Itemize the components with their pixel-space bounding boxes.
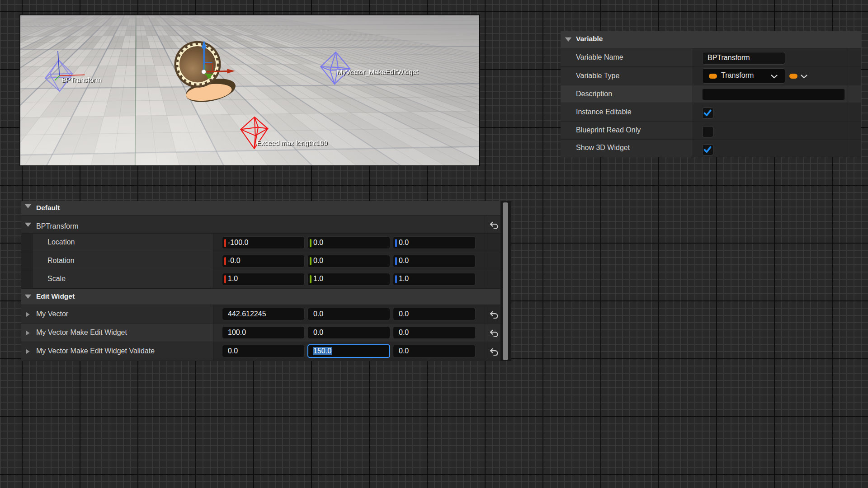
svg-text:Exceed max length:100: Exceed max length:100 bbox=[257, 139, 328, 146]
svg-text:BPTransform: BPTransform bbox=[61, 76, 101, 84]
svg-text:MyVector_MakeEditWidget: MyVector_MakeEditWidget bbox=[337, 68, 419, 75]
